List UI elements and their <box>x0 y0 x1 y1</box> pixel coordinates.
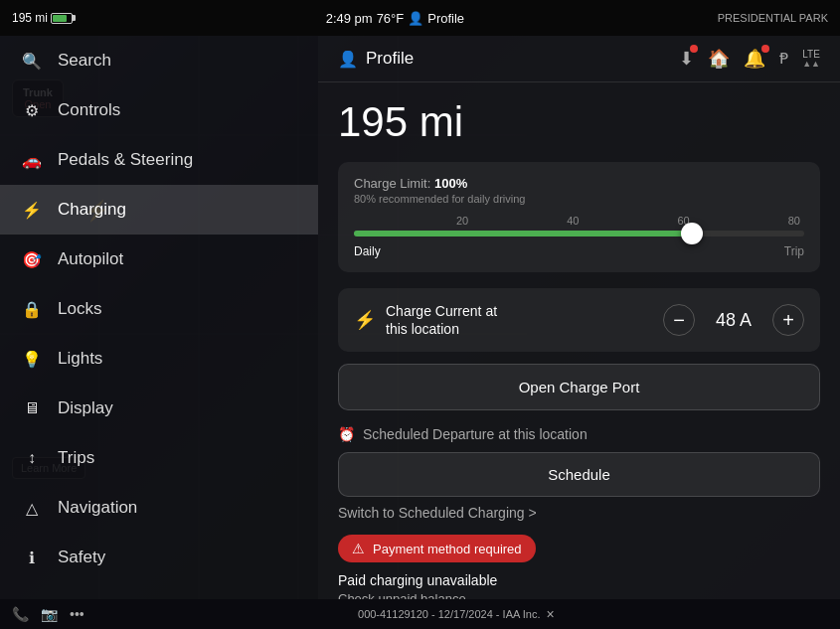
menu-dots[interactable]: ••• <box>70 606 84 622</box>
sidebar-item-pedals[interactable]: 🚗 Pedals & Steering <box>0 135 318 185</box>
sidebar-label-navigation: Navigation <box>58 498 137 518</box>
scheduled-title: ⏰ Scheduled Departure at this location <box>338 426 820 442</box>
slider-marks: 20 40 60 80 <box>354 215 804 227</box>
taskbar-center: 000-41129120 - 12/17/2024 - IAA Inc. × <box>358 606 555 622</box>
taskbar-left: 📞 📷 ••• <box>12 606 84 622</box>
increase-current-button[interactable]: + <box>772 304 804 336</box>
battery-bar <box>51 13 73 24</box>
display-icon: 🖥 <box>20 396 44 420</box>
bell-icon[interactable]: 🔔 <box>744 48 765 70</box>
content-body: 195 mi Charge Limit: 100% 80% recommende… <box>318 82 840 599</box>
taskbar-center-text: 000-41129120 - 12/17/2024 - IAA Inc. <box>358 608 540 620</box>
battery-fill <box>53 15 67 22</box>
sidebar-item-trips[interactable]: ↕ Trips <box>0 433 318 483</box>
charge-current-value: 48 A <box>709 310 758 331</box>
lights-icon: 💡 <box>20 347 44 371</box>
sidebar-label-charging: Charging <box>58 200 126 220</box>
sidebar-item-autopilot[interactable]: 🎯 Autopilot <box>0 235 318 284</box>
sidebar-label-lights: Lights <box>58 349 102 369</box>
open-charge-port-button[interactable]: Open Charge Port <box>338 364 820 410</box>
sidebar: 🔍 Search ⚙ Controls 🚗 Pedals & Steering … <box>0 36 318 599</box>
scheduled-title-text: Scheduled Departure at this location <box>363 426 588 442</box>
map-label: PRESIDENTIAL PARK <box>718 12 828 24</box>
paid-charging-unavailable: Paid charging unavailable <box>338 572 820 588</box>
battery-indicator: 195 mi <box>12 11 73 25</box>
charge-current-section: ⚡ Charge Current atthis location − 48 A … <box>338 288 820 352</box>
bell-badge <box>761 45 769 53</box>
profile-section: 👤 Profile <box>338 49 414 69</box>
sidebar-label-autopilot: Autopilot <box>58 249 123 269</box>
sidebar-item-service[interactable]: 🔧 Service <box>0 582 318 599</box>
taskbar: 📞 📷 ••• 000-41129120 - 12/17/2024 - IAA … <box>0 599 840 629</box>
range-text: 195 mi <box>12 11 48 25</box>
sidebar-label-locks: Locks <box>58 299 101 319</box>
slider-track <box>354 231 804 236</box>
sidebar-item-search[interactable]: 🔍 Search <box>0 36 318 85</box>
schedule-button[interactable]: Schedule <box>338 452 820 497</box>
download-icon[interactable]: ⬇ <box>679 48 694 70</box>
close-icon[interactable]: × <box>547 606 555 622</box>
camera-icon[interactable]: 📷 <box>41 606 58 622</box>
sidebar-item-locks[interactable]: 🔒 Locks <box>0 284 318 334</box>
status-bar-right: PRESIDENTIAL PARK <box>718 12 828 24</box>
decrease-current-button[interactable]: − <box>663 304 695 336</box>
profile-icon: 👤 <box>338 50 358 69</box>
charge-recommend: 80% recommended for daily driving <box>354 193 804 205</box>
pedals-icon: 🚗 <box>20 148 44 172</box>
charge-limit-value: 100% <box>434 176 467 191</box>
scheduled-section: ⏰ Scheduled Departure at this location S… <box>338 426 820 521</box>
navigation-icon: △ <box>20 496 44 520</box>
safety-icon: ℹ <box>20 546 44 569</box>
status-bar: 195 mi 2:49 pm 76°F 👤 Profile PRESIDENTI… <box>0 0 840 36</box>
charge-limit-section: Charge Limit: 100% 80% recommended for d… <box>338 162 820 272</box>
slider-labels: Daily Trip <box>354 244 804 258</box>
controls-icon: ⚙ <box>20 98 44 122</box>
bluetooth-icon[interactable]: Ᵽ <box>779 50 788 68</box>
trip-label: Trip <box>784 244 804 258</box>
main-content: 👤 Profile ⬇ 🏠 🔔 Ᵽ LTE ▲▲ 195 mi <box>318 36 840 599</box>
warning-icon: ⚠ <box>352 541 365 556</box>
trips-icon: ↕ <box>20 446 44 470</box>
sidebar-label-display: Display <box>58 398 113 418</box>
charge-slider-container <box>354 231 804 236</box>
sidebar-item-navigation[interactable]: △ Navigation <box>0 483 318 533</box>
header-icons: ⬇ 🏠 🔔 Ᵽ LTE ▲▲ <box>679 48 820 70</box>
autopilot-icon: 🎯 <box>20 247 44 271</box>
switch-charging-link[interactable]: Switch to Scheduled Charging > <box>338 505 820 521</box>
charge-current-label: ⚡ Charge Current atthis location <box>354 302 497 338</box>
sidebar-label-search: Search <box>58 51 111 71</box>
content-header: 👤 Profile ⬇ 🏠 🔔 Ᵽ LTE ▲▲ <box>318 36 840 82</box>
download-badge <box>690 45 698 53</box>
sidebar-item-display[interactable]: 🖥 Display <box>0 384 318 433</box>
charge-limit-label: Charge Limit: 100% <box>354 176 804 191</box>
status-profile-icon: 👤 <box>408 11 423 26</box>
sidebar-label-safety: Safety <box>58 548 105 567</box>
sidebar-item-safety[interactable]: ℹ Safety <box>0 533 318 582</box>
locks-icon: 🔒 <box>20 297 44 321</box>
search-icon: 🔍 <box>20 49 44 73</box>
charge-current-icon: ⚡ <box>354 309 376 331</box>
payment-warning-badge: ⚠ Payment method required <box>338 535 536 562</box>
sidebar-label-pedals: Pedals & Steering <box>58 150 193 170</box>
range-display: 195 mi <box>338 98 820 146</box>
sidebar-label-trips: Trips <box>58 448 94 468</box>
sidebar-item-controls[interactable]: ⚙ Controls <box>0 85 318 135</box>
check-balance: Check unpaid balance <box>338 591 820 599</box>
clock-icon: ⏰ <box>338 426 355 442</box>
home-icon[interactable]: 🏠 <box>708 48 730 70</box>
sidebar-item-charging[interactable]: ⚡ Charging <box>0 185 318 235</box>
profile-name: Profile <box>366 49 414 69</box>
sidebar-item-lights[interactable]: 💡 Lights <box>0 334 318 384</box>
status-bar-left: 195 mi <box>12 11 73 25</box>
lte-indicator: LTE ▲▲ <box>802 50 820 69</box>
status-time: 2:49 pm <box>326 11 373 26</box>
daily-label: Daily <box>354 244 381 258</box>
status-temp: 76°F <box>377 11 405 26</box>
slider-thumb[interactable] <box>681 223 703 244</box>
status-bar-center: 2:49 pm 76°F 👤 Profile <box>326 11 464 26</box>
status-profile: Profile <box>427 11 464 26</box>
charging-icon: ⚡ <box>20 198 44 222</box>
sidebar-label-controls: Controls <box>58 100 120 120</box>
charge-current-control: − 48 A + <box>663 304 804 336</box>
phone-icon[interactable]: 📞 <box>12 606 29 622</box>
